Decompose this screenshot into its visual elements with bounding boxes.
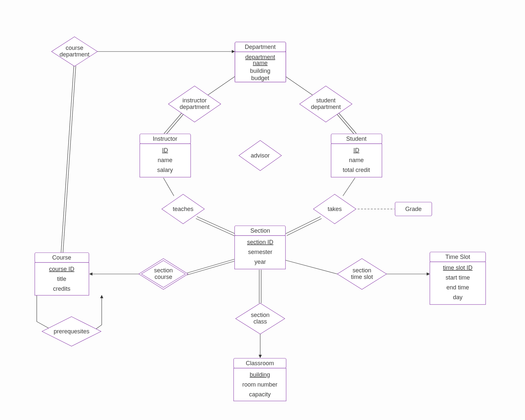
- edge-takes-student: [343, 178, 355, 196]
- edge-takes-section-b: [287, 219, 322, 236]
- svg-text:credits: credits: [53, 285, 70, 292]
- svg-text:time slot: time slot: [351, 274, 373, 280]
- edge-prereq-right: [93, 295, 102, 331]
- svg-text:semester: semester: [248, 249, 272, 255]
- svg-text:day: day: [453, 294, 462, 301]
- svg-text:Department: Department: [245, 44, 276, 50]
- edge-takes-section-a: [286, 217, 321, 234]
- svg-text:section: section: [154, 267, 173, 274]
- svg-text:room number: room number: [242, 381, 277, 388]
- svg-text:Grade: Grade: [405, 206, 422, 212]
- edge-sectimeslot-section: [285, 260, 337, 274]
- edge-instdept-department: [208, 74, 239, 95]
- svg-text:title: title: [57, 276, 66, 282]
- entity-student: Student ID name total credit: [331, 134, 382, 177]
- svg-text:start time: start time: [446, 274, 470, 281]
- svg-text:Classroom: Classroom: [246, 360, 274, 367]
- edge-coursedept-course-b: [63, 66, 76, 253]
- svg-text:course: course: [66, 45, 83, 51]
- svg-text:section ID: section ID: [247, 239, 273, 245]
- svg-text:section: section: [352, 267, 371, 274]
- svg-text:prerequesites: prerequesites: [53, 328, 89, 335]
- svg-text:teaches: teaches: [173, 206, 193, 212]
- edge-studdept-student-a: [338, 113, 356, 134]
- edge-seccourse-section-a: [187, 259, 234, 273]
- svg-text:Course: Course: [52, 254, 71, 261]
- entity-grade: Grade: [395, 202, 432, 216]
- entity-instructor: Instructor ID name salary: [140, 134, 191, 177]
- edge-instdept-instructor-a: [164, 113, 182, 134]
- svg-text:Section: Section: [250, 227, 270, 234]
- svg-text:name: name: [253, 60, 267, 66]
- entity-timeslot: Time Slot time slot ID start time end ti…: [430, 252, 486, 304]
- rel-prerequisites: prerequesites: [42, 317, 101, 346]
- svg-text:budget: budget: [251, 75, 269, 81]
- entity-section: Section section ID semester year: [235, 226, 285, 269]
- svg-text:takes: takes: [327, 206, 342, 212]
- rel-course-department: course department: [52, 37, 97, 66]
- svg-text:name: name: [158, 157, 172, 163]
- rel-section-class: section class: [236, 303, 285, 334]
- svg-text:building: building: [250, 371, 270, 378]
- svg-text:Time Slot: Time Slot: [445, 254, 470, 260]
- entity-classroom: Classroom building room number capacity: [234, 358, 286, 401]
- svg-text:department: department: [311, 104, 341, 110]
- svg-text:department: department: [245, 54, 275, 60]
- edge-teaches-section-b: [196, 219, 235, 236]
- edge-prereq-left: [37, 295, 54, 331]
- svg-text:student: student: [316, 97, 335, 104]
- edge-teaches-instructor: [163, 178, 174, 196]
- svg-text:capacity: capacity: [249, 391, 271, 398]
- svg-text:name: name: [349, 157, 364, 163]
- svg-text:instructor: instructor: [182, 97, 207, 104]
- svg-text:department: department: [179, 104, 209, 110]
- svg-text:time slot ID: time slot ID: [443, 264, 472, 271]
- svg-text:ID: ID: [353, 147, 359, 154]
- rel-advisor: advisor: [239, 140, 282, 171]
- svg-text:course ID: course ID: [49, 266, 74, 272]
- rel-section-time-slot: section time slot: [337, 259, 387, 289]
- svg-text:Student: Student: [346, 136, 367, 142]
- entity-course: Course course ID title credits: [35, 253, 89, 295]
- edge-coursedept-course-a: [61, 66, 74, 253]
- svg-text:section: section: [251, 312, 269, 318]
- svg-text:total credit: total credit: [343, 167, 370, 173]
- rel-section-course: section course: [139, 259, 188, 289]
- svg-text:ID: ID: [162, 147, 168, 154]
- svg-text:year: year: [254, 259, 266, 265]
- edge-teaches-section-a: [197, 217, 236, 234]
- svg-text:course: course: [155, 274, 172, 280]
- svg-text:Instructor: Instructor: [153, 136, 177, 142]
- svg-text:advisor: advisor: [251, 152, 270, 159]
- edge-studdept-student-b: [337, 114, 355, 135]
- edge-seccourse-section-b: [187, 261, 234, 275]
- edge-instdept-instructor-b: [166, 114, 184, 135]
- svg-text:end time: end time: [446, 284, 469, 291]
- svg-text:salary: salary: [157, 167, 173, 173]
- svg-text:department: department: [59, 51, 89, 58]
- svg-text:class: class: [253, 318, 267, 325]
- svg-text:building: building: [250, 68, 270, 74]
